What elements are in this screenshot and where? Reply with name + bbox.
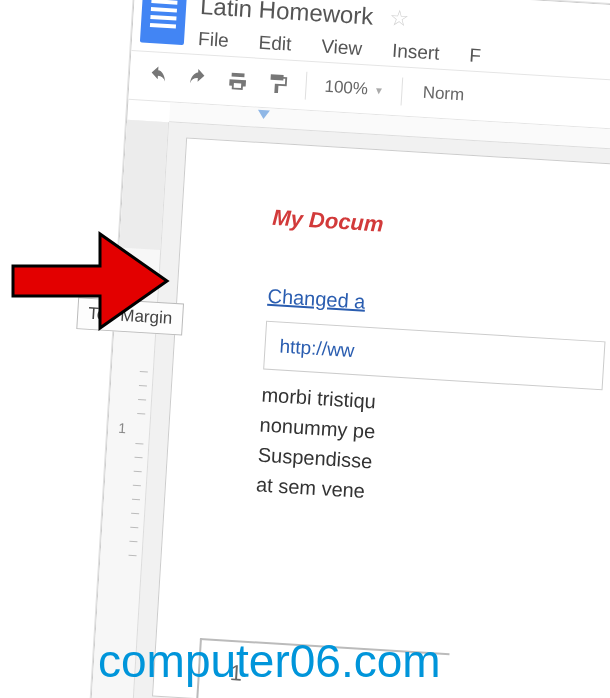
undo-button[interactable]: [139, 58, 177, 96]
callout-arrow-icon: [5, 226, 175, 336]
url-box[interactable]: http://ww: [263, 321, 605, 391]
separator: [401, 78, 404, 106]
paragraph-style-dropdown[interactable]: Norm: [412, 82, 475, 106]
document-title[interactable]: Latin Homework: [199, 0, 374, 31]
document-heading[interactable]: My Docum: [271, 202, 610, 260]
paint-format-button[interactable]: [259, 65, 297, 103]
content-area: ↕ Top Margin 1 My Docum: [91, 120, 610, 698]
body-text[interactable]: morbi tristiqu nonummy pe Suspendisse at…: [255, 380, 610, 526]
menu-edit[interactable]: Edit: [258, 32, 292, 56]
print-button[interactable]: [219, 62, 257, 100]
document-page[interactable]: My Docum Changed a http://ww morbi trist…: [152, 137, 610, 698]
watermark: computer06.com: [98, 634, 441, 688]
app-window: Latin Homework ☆ File Edit View Insert F: [87, 0, 610, 698]
zoom-dropdown[interactable]: 100%▼: [316, 76, 392, 101]
menu-view[interactable]: View: [321, 36, 363, 60]
redo-button[interactable]: [179, 60, 217, 98]
ruler-number: 1: [118, 420, 127, 436]
docs-logo-icon[interactable]: [140, 0, 187, 45]
indent-marker-icon[interactable]: [257, 110, 270, 120]
menu-format[interactable]: F: [469, 45, 482, 68]
menu-insert[interactable]: Insert: [391, 40, 440, 65]
menu-file[interactable]: File: [198, 28, 230, 52]
separator: [305, 72, 308, 100]
star-icon[interactable]: ☆: [388, 5, 410, 32]
